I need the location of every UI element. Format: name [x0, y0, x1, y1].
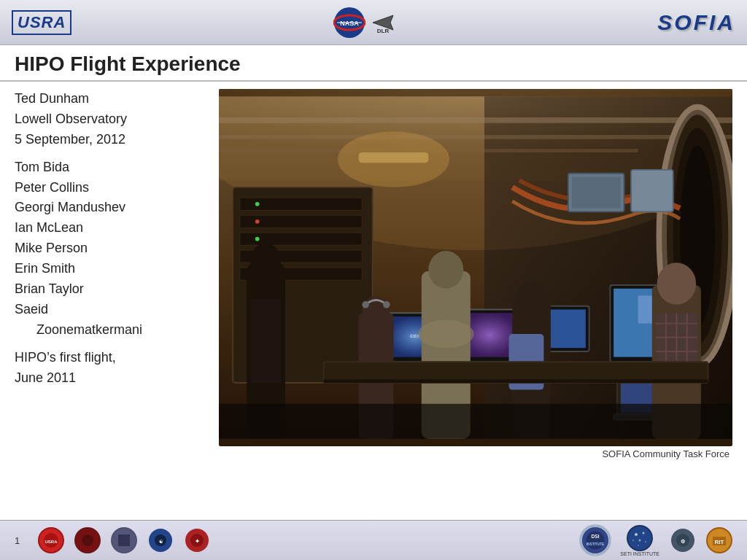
svg-point-55	[428, 251, 463, 289]
page-number: 1	[15, 535, 29, 546]
footer-logo-2	[74, 527, 101, 553]
dlr-icon: DLR	[370, 9, 396, 36]
svg-text:USRA: USRA	[44, 540, 58, 544]
footer: 1 USRA ☯ ✦ DSI INSTITUTE	[0, 520, 747, 560]
co-author-4: Mike Person	[15, 238, 212, 259]
svg-rect-12	[219, 135, 732, 139]
svg-point-93	[639, 539, 641, 541]
svg-point-48	[250, 243, 281, 278]
svg-text:DLR: DLR	[377, 28, 390, 34]
svg-point-21	[255, 219, 260, 224]
primary-author-name: Ted Dunham	[15, 89, 212, 109]
svg-point-52	[362, 301, 369, 308]
header: USRA NASA DLR SOFIA	[0, 0, 747, 45]
svg-rect-46	[631, 170, 673, 211]
svg-point-62	[657, 262, 697, 304]
page-title: HIPO Flight Experience	[15, 52, 732, 76]
flight-note-line1: HIPO’s first flight,	[15, 348, 212, 368]
svg-point-91	[635, 533, 638, 536]
co-authors-group: Tom Bida Peter Collins Georgi Mandushev …	[15, 158, 212, 341]
svg-point-96	[638, 545, 639, 546]
right-panel: data	[219, 89, 732, 513]
footer-left-logos: USRA ☯ ✦	[38, 527, 570, 553]
co-author-3: Ian McLean	[15, 218, 212, 238]
svg-rect-70	[219, 404, 732, 439]
svg-rect-49	[250, 299, 281, 383]
svg-text:data: data	[410, 333, 419, 338]
main-content: HIPO Flight Experience Ted Dunham Lowell…	[0, 45, 747, 520]
svg-point-22	[255, 237, 260, 241]
footer-rit-logo: RIT	[706, 527, 732, 553]
svg-point-20	[255, 202, 260, 206]
footer-logo-4: ☯	[147, 527, 174, 553]
svg-text:RIT: RIT	[715, 539, 724, 545]
photo-scene: data	[219, 89, 732, 446]
nasa-icon: NASA	[333, 7, 365, 39]
svg-rect-11	[219, 117, 732, 123]
flight-note: HIPO’s first flight, June 2011	[15, 348, 212, 389]
svg-text:DSI: DSI	[592, 534, 600, 539]
content-area: Ted Dunham Lowell Observatory 5 Septembe…	[0, 82, 747, 520]
svg-point-56	[418, 320, 474, 348]
left-panel: Ted Dunham Lowell Observatory 5 Septembe…	[15, 89, 212, 513]
svg-point-58	[516, 281, 546, 314]
footer-logo-5: ✦	[184, 527, 210, 553]
svg-point-77	[82, 534, 93, 546]
co-author-8: Zoonematkermani	[15, 320, 212, 341]
primary-author-group: Ted Dunham Lowell Observatory 5 Septembe…	[15, 89, 212, 150]
co-author-0: Tom Bida	[15, 158, 212, 178]
primary-author-org: Lowell Observatory	[15, 109, 212, 130]
svg-point-92	[643, 532, 645, 534]
photo-caption: SOFIA Community Task Force	[219, 446, 732, 459]
footer-right-logos: SETI INSTITUTE ⚙ RIT	[620, 525, 732, 556]
svg-text:NASA: NASA	[340, 20, 359, 27]
svg-rect-72	[324, 379, 708, 383]
svg-point-94	[632, 540, 634, 541]
svg-text:INSTITUTE: INSTITUTE	[587, 542, 605, 546]
footer-logo-3	[111, 527, 137, 553]
footer-center-dsi-logo: DSI INSTITUTE	[579, 524, 611, 556]
svg-text:✦: ✦	[195, 538, 200, 545]
header-center-logos: NASA DLR	[333, 7, 396, 39]
title-bar: HIPO Flight Experience	[0, 45, 747, 82]
svg-point-90	[628, 526, 651, 550]
sofia-logo: SOFIA	[657, 10, 735, 35]
main-photo: data	[219, 89, 732, 446]
usra-logo: USRA	[12, 10, 71, 35]
co-author-7: Saeid	[15, 300, 212, 320]
svg-rect-45	[572, 176, 621, 208]
co-author-6: Brian Taylor	[15, 279, 212, 300]
svg-point-53	[383, 301, 390, 308]
footer-logo-6: ⚙	[670, 527, 696, 553]
svg-rect-79	[118, 534, 130, 546]
co-author-1: Peter Collins	[15, 178, 212, 198]
nasa-dlr-logo: NASA DLR	[333, 7, 396, 39]
co-author-2: Georgi Mandushev	[15, 198, 212, 218]
svg-rect-26	[359, 152, 429, 163]
footer-seti-logo: SETI INSTITUTE	[620, 525, 659, 556]
primary-author-date: 5 September, 2012	[15, 130, 212, 150]
footer-logo-1: USRA	[38, 527, 64, 553]
co-author-5: Erin Smith	[15, 259, 212, 279]
svg-text:⚙: ⚙	[681, 539, 685, 544]
svg-point-95	[645, 541, 646, 542]
flight-note-line2: June 2011	[15, 368, 212, 389]
